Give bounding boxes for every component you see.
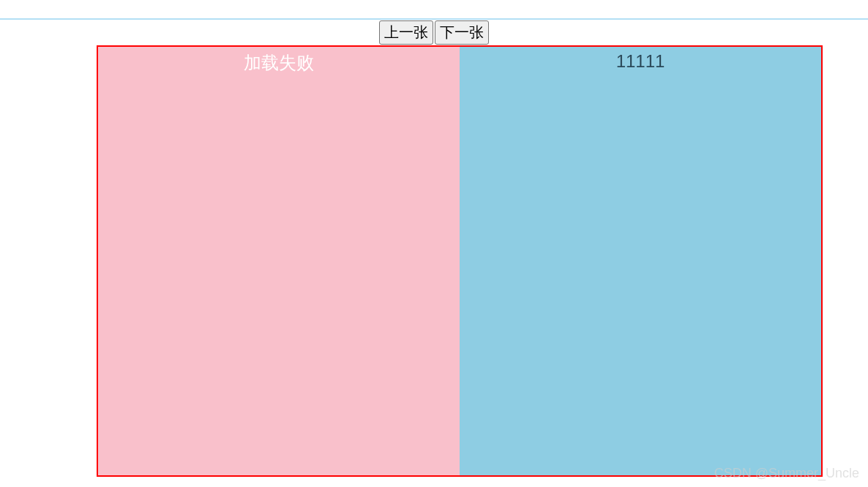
carousel-panel-left: 加载失败 xyxy=(98,47,460,475)
next-button[interactable]: 下一张 xyxy=(435,20,489,45)
panel-left-text: 加载失败 xyxy=(244,51,314,75)
top-divider-line xyxy=(0,18,868,20)
carousel-panel-right: 11111 xyxy=(460,47,821,475)
prev-button[interactable]: 上一张 xyxy=(379,20,433,45)
panel-right-text: 11111 xyxy=(616,51,665,72)
carousel-container: 加载失败 11111 xyxy=(97,45,823,477)
carousel-nav-buttons: 上一张 下一张 xyxy=(379,20,489,45)
watermark-text: CSDN @Summer_Uncle xyxy=(714,466,859,481)
